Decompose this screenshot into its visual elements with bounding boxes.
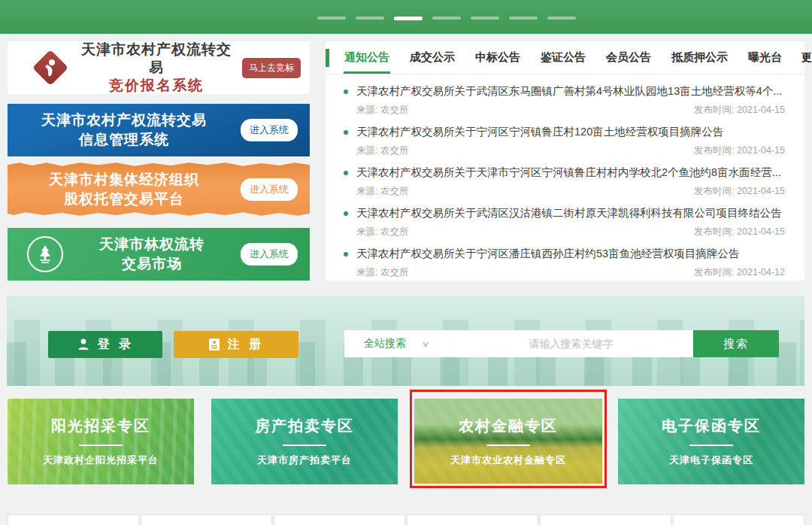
announcement-tabbar: 通知公告 成交公示 中标公告 鉴证公告 会员公告 抵质押公示 曝光台 更多 ▶ xyxy=(326,41,804,74)
info-system-enter-button[interactable]: 进入系统 xyxy=(241,119,298,141)
news-item: 天津农村产权交易所关于武清区东马圈镇广善村第4号林业队园地13亩土地经营权等4个… xyxy=(344,80,786,121)
partner-box[interactable] xyxy=(8,514,139,525)
id-card-icon xyxy=(208,338,220,351)
partner-box[interactable] xyxy=(407,514,538,525)
news-source: 来源: 农交所 xyxy=(356,104,408,117)
news-item: 天津农村产权交易所关于天津市宁河区宁河镇鲁庄村村内学校北2个鱼池约8亩水面经营.… xyxy=(344,162,786,202)
search-button[interactable]: 搜索 xyxy=(693,330,779,357)
tab-deal-publicity[interactable]: 成交公示 xyxy=(409,41,456,74)
zone-card-sunshine-procurement[interactable]: 阳光招采专区 天津政村企阳光招采平台 xyxy=(8,399,194,484)
partner-box[interactable] xyxy=(540,514,671,525)
info-system-title-line2: 信息管理系统 xyxy=(8,130,241,150)
news-time: 发布时间: 2021-04-15 xyxy=(694,226,785,238)
search-scope-select[interactable]: 全站搜索 ∨ xyxy=(344,337,442,351)
news-title-link[interactable]: 天津农村产权交易所关于宁河区宁河镇鲁庄村120亩土地经营权项目摘牌公告 xyxy=(356,125,723,139)
info-management-banner[interactable]: 天津市农村产权流转交易 信息管理系统 进入系统 xyxy=(8,104,310,156)
news-item: 天津农村产权交易所关于武清区汉沽港镇二街村原天津凯得利科技有限公司项目终结公告来… xyxy=(344,202,786,243)
carousel-dot[interactable] xyxy=(356,17,384,20)
site-logo-diamond-icon xyxy=(33,50,68,85)
bullet-icon xyxy=(344,130,348,135)
news-source: 来源: 农交所 xyxy=(356,185,408,198)
news-item: 天津农村产权交易所关于宁河区宁河镇鲁庄村120亩土地经营权项目摘牌公告来源: 农… xyxy=(344,121,786,162)
news-time: 发布时间: 2021-04-15 xyxy=(694,185,785,198)
news-title-link[interactable]: 天津农村产权交易所关于武清区汉沽港镇二街村原天津凯得利科技有限公司项目终结公告 xyxy=(356,206,782,220)
login-button[interactable]: 登 录 xyxy=(48,331,162,358)
zone-card-real-estate-auction[interactable]: 房产拍卖专区 天津市房产拍卖平台 xyxy=(211,399,398,484)
carousel-dots xyxy=(317,17,576,20)
tab-member[interactable]: 会员公告 xyxy=(605,41,652,74)
carousel-dot[interactable] xyxy=(317,17,346,20)
bullet-icon xyxy=(344,171,348,175)
bidding-system-card[interactable]: 天津市农村产权流转交易 竞价报名系统 马上去竞标 xyxy=(8,41,310,94)
partner-box[interactable] xyxy=(141,514,272,525)
forest-title-line2: 交易市场 xyxy=(63,254,241,274)
zone-card-e-guarantee[interactable]: 电子保函专区 天津电子保函专区 xyxy=(618,399,804,484)
tab-accent-bar xyxy=(326,49,329,67)
news-item: 天津农村产权交易所关于宁河区潘庄镇西孙庄村约53亩鱼池经营权项目摘牌公告来源: … xyxy=(344,243,786,284)
news-source: 来源: 农交所 xyxy=(356,266,408,279)
tab-pledge[interactable]: 抵质押公示 xyxy=(671,41,729,74)
register-button[interactable]: 注 册 xyxy=(174,331,298,358)
top-carousel-bar xyxy=(0,0,812,34)
carousel-dot[interactable] xyxy=(394,17,423,20)
search-input[interactable] xyxy=(442,338,700,350)
news-list: 天津农村产权交易所关于武清区东马圈镇广善村第4号林业队园地13亩土地经营权等4个… xyxy=(326,74,804,284)
carousel-dot[interactable] xyxy=(471,17,499,20)
news-source: 来源: 农交所 xyxy=(356,144,408,157)
info-system-title-line1: 天津市农村产权流转交易 xyxy=(8,111,241,130)
carousel-dot[interactable] xyxy=(509,17,538,20)
equity-enter-button[interactable]: 进入系统 xyxy=(241,178,298,201)
login-search-band: 登 录 注 册 全站搜索 ∨ 搜索 xyxy=(7,296,804,386)
search-bar: 全站搜索 ∨ xyxy=(344,330,700,357)
news-time: 发布时间: 2021-04-15 xyxy=(694,104,785,117)
partner-box[interactable] xyxy=(673,514,804,525)
zone-card-rural-finance[interactable]: 农村金融专区 天津市农业农村金融专区 xyxy=(414,399,602,484)
carousel-dot[interactable] xyxy=(547,17,576,20)
bullet-icon xyxy=(344,252,348,256)
more-link[interactable]: 更多 ▶ xyxy=(801,51,812,65)
news-title-link[interactable]: 天津农村产权交易所关于宁河区潘庄镇西孙庄村约53亩鱼池经营权项目摘牌公告 xyxy=(356,247,739,261)
tab-notice[interactable]: 通知公告 xyxy=(344,41,390,74)
tab-winning-bid[interactable]: 中标公告 xyxy=(474,41,521,74)
news-title-link[interactable]: 天津农村产权交易所关于天津市宁河区宁河镇鲁庄村村内学校北2个鱼池约8亩水面经营.… xyxy=(356,165,781,180)
equity-title-line1: 天津市村集体经济组织 xyxy=(8,170,241,190)
chevron-down-icon: ∨ xyxy=(421,339,429,349)
carousel-dot[interactable] xyxy=(432,17,461,20)
bidding-system-subtitle: 竞价报名系统 xyxy=(75,77,238,95)
go-bid-button[interactable]: 马上去竞标 xyxy=(242,58,301,78)
forest-market-banner[interactable]: 天津市林权流转 交易市场 进入系统 xyxy=(8,228,310,281)
user-icon xyxy=(77,338,90,351)
announcement-panel: 通知公告 成交公示 中标公告 鉴证公告 会员公告 抵质押公示 曝光台 更多 ▶ … xyxy=(326,41,804,281)
tree-icon xyxy=(27,236,63,272)
bidding-system-title: 天津市农村产权流转交易 xyxy=(75,41,238,77)
news-time: 发布时间: 2021-04-15 xyxy=(694,144,785,157)
news-time: 发布时间: 2021-04-12 xyxy=(694,266,785,279)
news-title-link[interactable]: 天津农村产权交易所关于武清区东马圈镇广善村第4号林业队园地13亩土地经营权等4个… xyxy=(356,84,782,99)
bullet-icon xyxy=(344,211,348,216)
news-source: 来源: 农交所 xyxy=(356,226,408,238)
equity-title-line2: 股权托管交易平台 xyxy=(8,190,241,209)
partner-strip xyxy=(8,514,804,525)
forest-title-line1: 天津市林权流转 xyxy=(63,235,241,254)
equity-platform-banner[interactable]: 天津市村集体经济组织 股权托管交易平台 进入系统 xyxy=(8,161,310,217)
tab-certification[interactable]: 鉴证公告 xyxy=(540,41,586,74)
partner-box[interactable] xyxy=(274,514,405,525)
forest-enter-button[interactable]: 进入系统 xyxy=(241,243,298,266)
bullet-icon xyxy=(344,90,348,94)
tab-exposure[interactable]: 曝光台 xyxy=(747,41,783,74)
